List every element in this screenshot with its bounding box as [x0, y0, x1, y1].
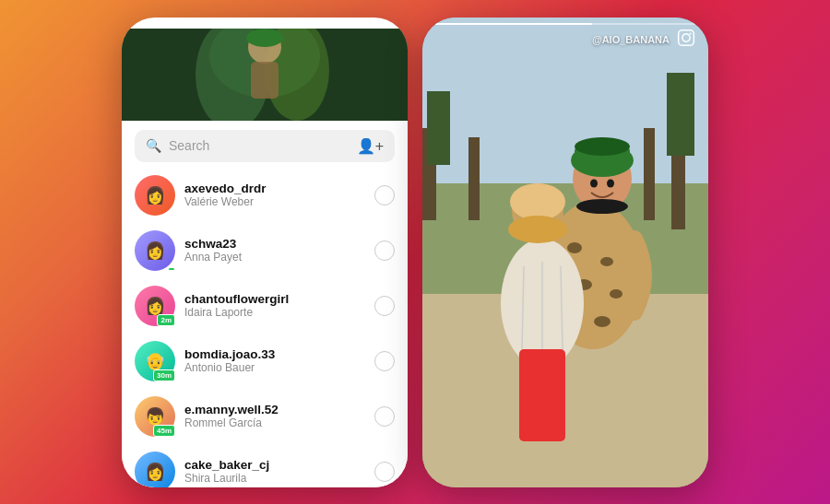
- search-bar[interactable]: 🔍 Search 👤+: [135, 130, 395, 162]
- contact-item[interactable]: 👴 30m bomdia.joao.33 Antonio Bauer: [122, 334, 408, 389]
- contact-checkbox[interactable]: [374, 240, 395, 261]
- contact-name: Shira Laurila: [184, 472, 365, 485]
- avatar-wrap: 👩: [135, 451, 175, 487]
- svg-rect-17: [427, 91, 450, 165]
- svg-rect-43: [519, 349, 565, 441]
- share-panel: 🔍 Search 👤+ 👩 axevedo_drdr Valérie Weber: [122, 121, 408, 487]
- svg-point-6: [246, 29, 283, 47]
- story-top-bar: @AIO_BANANA: [422, 29, 708, 52]
- svg-rect-44: [679, 29, 694, 45]
- svg-point-24: [600, 257, 613, 266]
- svg-rect-19: [667, 73, 694, 156]
- avatar-wrap: 👦 45m: [135, 396, 175, 437]
- contact-username: e.manny.well.52: [184, 403, 365, 416]
- contact-item[interactable]: 👩 schwa23 Anna Payet: [122, 223, 408, 278]
- avatar-wrap: 👩 2m: [135, 286, 175, 326]
- contact-checkbox[interactable]: [374, 296, 395, 316]
- contact-checkbox[interactable]: [374, 185, 395, 205]
- contact-name: Rommel García: [184, 416, 365, 429]
- svg-point-45: [682, 33, 690, 41]
- contact-info: bomdia.joao.33 Antonio Bauer: [184, 347, 365, 374]
- contact-name: Antonio Bauer: [184, 361, 365, 374]
- story-indicator: 30m: [153, 369, 175, 381]
- contact-username: axevedo_drdr: [184, 182, 365, 195]
- svg-point-23: [567, 242, 582, 253]
- contact-item[interactable]: 👩 axevedo_drdr Valérie Weber: [122, 168, 408, 223]
- story-indicator: [168, 267, 175, 271]
- contact-name: Idaira Laporte: [184, 306, 365, 319]
- svg-point-26: [610, 289, 622, 299]
- contact-username: schwa23: [184, 237, 365, 251]
- contact-checkbox[interactable]: [374, 462, 395, 482]
- contact-info: axevedo_drdr Valérie Weber: [184, 182, 365, 208]
- phone-right: @AIO_BANANA: [422, 18, 708, 487]
- contact-username: cake_baker_cj: [184, 458, 365, 472]
- contact-item[interactable]: 👩 2m chantouflowergirl Idaira Laporte: [122, 278, 408, 334]
- search-placeholder: Search: [169, 138, 350, 153]
- contact-item[interactable]: 👩 cake_baker_cj Shira Laurila: [122, 444, 408, 487]
- story-indicator: 2m: [157, 314, 175, 326]
- search-icon: 🔍: [146, 138, 161, 153]
- add-person-icon[interactable]: 👤+: [357, 137, 384, 155]
- svg-point-41: [510, 183, 565, 220]
- contact-info: chantouflowergirl Idaira Laporte: [184, 292, 365, 319]
- svg-point-33: [576, 199, 628, 214]
- svg-rect-20: [468, 137, 480, 220]
- contact-info: cake_baker_cj Shira Laurila: [184, 458, 365, 485]
- contact-name: Anna Payet: [184, 251, 365, 264]
- contacts-list: 👩 axevedo_drdr Valérie Weber 👩 schwa23: [122, 168, 408, 487]
- contact-username: chantouflowergirl: [184, 292, 365, 306]
- contact-name: Valérie Weber: [184, 195, 365, 208]
- avatar-wrap: 👩: [135, 175, 175, 216]
- avatar: 👩: [135, 230, 175, 271]
- story-progress: [432, 23, 699, 25]
- svg-point-35: [607, 179, 614, 187]
- story-full: @AIO_BANANA: [422, 18, 708, 487]
- contact-info: schwa23 Anna Payet: [184, 237, 365, 264]
- contact-username: bomdia.joao.33: [184, 347, 365, 361]
- svg-rect-21: [644, 128, 655, 220]
- contact-checkbox[interactable]: [374, 351, 395, 371]
- contact-info: e.manny.well.52 Rommel García: [184, 403, 365, 429]
- app-container: 🔍 Search 👤+ 👩 axevedo_drdr Valérie Weber: [0, 0, 830, 504]
- svg-rect-5: [251, 62, 279, 99]
- avatar-wrap: 👴 30m: [135, 341, 175, 381]
- svg-point-46: [690, 32, 692, 34]
- avatar: 👩: [135, 451, 175, 487]
- phone-left: 🔍 Search 👤+ 👩 axevedo_drdr Valérie Weber: [122, 18, 408, 487]
- svg-point-42: [508, 216, 567, 243]
- story-preview: [122, 29, 408, 121]
- contact-item[interactable]: 👦 45m e.manny.well.52 Rommel García: [122, 389, 408, 444]
- story-progress-fill: [432, 23, 592, 25]
- instagram-icon: [677, 29, 695, 52]
- avatar-wrap: 👩: [135, 230, 175, 271]
- story-username: @AIO_BANANA: [592, 34, 670, 45]
- story-indicator: 45m: [153, 425, 175, 437]
- svg-point-28: [594, 316, 611, 327]
- svg-point-34: [590, 179, 598, 187]
- svg-point-32: [575, 137, 630, 156]
- avatar: 👩: [135, 175, 175, 216]
- contact-checkbox[interactable]: [374, 406, 395, 427]
